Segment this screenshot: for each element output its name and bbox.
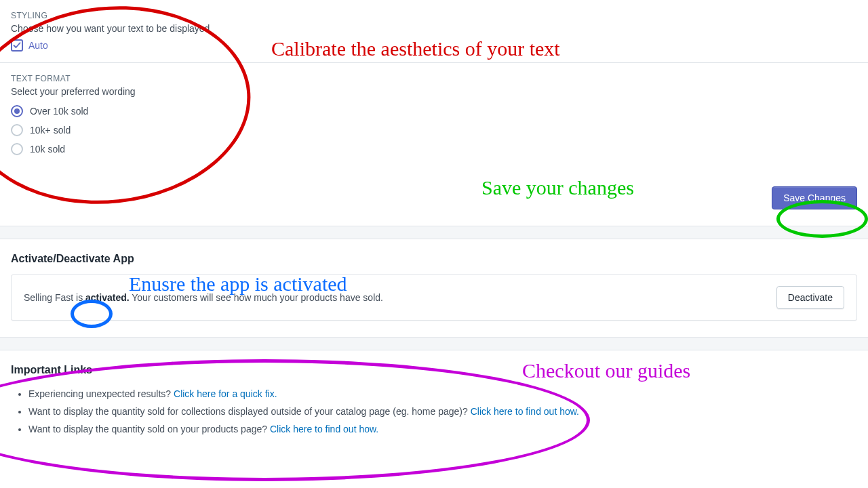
deactivate-button[interactable]: Deactivate	[776, 286, 844, 309]
quick-fix-link[interactable]: Click here for a quick fix.	[174, 388, 277, 399]
section-gap	[0, 226, 868, 239]
text-format-section: TEXT FORMAT Select your preferred wordin…	[0, 63, 868, 173]
activate-heading: Activate/Deactivate App	[11, 253, 857, 265]
important-links-heading: Important Links	[11, 364, 857, 376]
list-item: Experiencing unexpected results? Click h…	[28, 388, 857, 399]
important-links-list: Experiencing unexpected results? Click h…	[11, 388, 857, 434]
list-item: Want to display the quantity sold on you…	[28, 424, 857, 434]
important-links-section: Important Links Experiencing unexpected …	[0, 350, 868, 468]
text-format-option: Over 10k sold	[11, 105, 857, 117]
activate-prefix: Selling Fast is	[24, 292, 85, 303]
styling-section: STYLING Choose how you want your text to…	[0, 0, 868, 62]
activate-status-text: Selling Fast is activated. Your customer…	[24, 292, 383, 303]
list-item: Want to display the quantity sold for co…	[28, 406, 857, 417]
collections-howto-link[interactable]: Click here to find out how.	[471, 406, 579, 417]
text-format-description: Select your preferred wording	[11, 86, 857, 97]
radio-label: Over 10k sold	[30, 106, 88, 117]
link-item-text: Want to display the quantity sold on you…	[28, 424, 270, 434]
link-item-text: Experiencing unexpected results?	[28, 388, 174, 399]
checkmark-icon	[13, 41, 21, 49]
radio-10k-plus-sold[interactable]	[11, 124, 23, 136]
text-format-label: TEXT FORMAT	[11, 74, 857, 83]
styling-label: STYLING	[11, 11, 857, 20]
activate-status-word: activated.	[85, 292, 130, 303]
section-gap	[0, 337, 868, 350]
radio-label: 10k+ sold	[30, 125, 71, 136]
auto-checkbox-row: Auto	[11, 39, 857, 52]
text-format-options: Over 10k sold 10k+ sold 10k sold	[11, 105, 857, 155]
activate-section: Activate/Deactivate App Selling Fast is …	[0, 239, 868, 337]
auto-checkbox[interactable]	[11, 39, 23, 52]
radio-label: 10k sold	[30, 144, 65, 155]
radio-10k-sold[interactable]	[11, 143, 23, 155]
save-row: Save Changes	[0, 173, 868, 226]
activate-suffix: Your customers will see how much your pr…	[130, 292, 383, 303]
styling-description: Choose how you want your text to be disp…	[11, 23, 857, 34]
radio-over-10k-sold[interactable]	[11, 105, 23, 117]
activate-card: Selling Fast is activated. Your customer…	[11, 274, 857, 321]
link-item-text: Want to display the quantity sold for co…	[28, 406, 471, 417]
save-changes-button[interactable]: Save Changes	[772, 186, 857, 209]
auto-checkbox-label: Auto	[28, 40, 48, 51]
products-page-howto-link[interactable]: Click here to find out how.	[270, 424, 378, 434]
text-format-option: 10k sold	[11, 143, 857, 155]
text-format-option: 10k+ sold	[11, 124, 857, 136]
